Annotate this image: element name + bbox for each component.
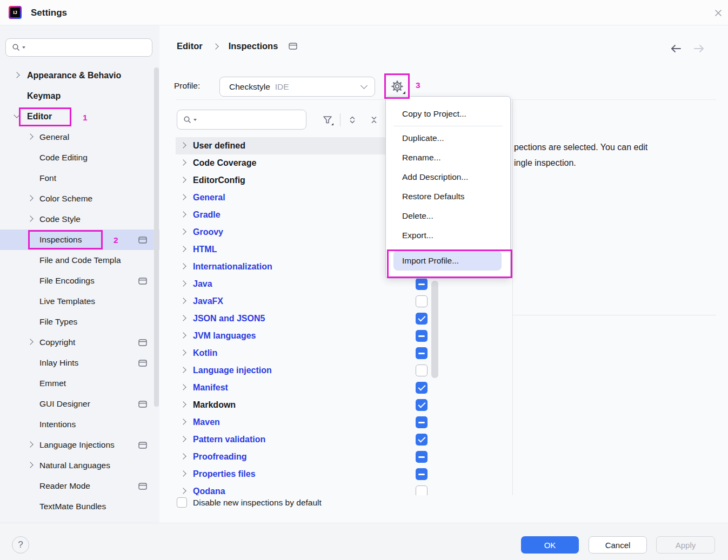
settings-dialog: IJ Settings Appearance & Behavio: [0, 0, 728, 560]
sidebar-item[interactable]: Inspections: [0, 230, 159, 250]
help-button[interactable]: ?: [12, 536, 29, 554]
menu-item[interactable]: Duplicate...: [386, 129, 510, 148]
sidebar-scrollbar[interactable]: [154, 68, 159, 407]
profile-label: Profile:: [174, 81, 200, 91]
sidebar-item[interactable]: TODO: [0, 517, 159, 523]
inspections-scrollbar[interactable]: [431, 281, 438, 378]
breadcrumb-inspections: Inspections: [229, 41, 278, 51]
menu-item[interactable]: Restore Defaults: [386, 187, 510, 206]
profile-dropdown[interactable]: Checkstyle IDE: [219, 77, 375, 97]
disable-new-inspections-row: Disable new inspections by default: [177, 497, 322, 508]
inspection-checkbox[interactable]: [416, 468, 428, 480]
sidebar-item[interactable]: Keymap: [0, 86, 159, 106]
inspections-search-input[interactable]: [198, 113, 306, 127]
chevron-right-icon: [180, 470, 186, 476]
sidebar-item[interactable]: Code Style: [0, 209, 159, 230]
forward-arrow-icon[interactable]: [693, 44, 705, 53]
expand-all-icon[interactable]: [345, 112, 360, 127]
inspection-checkbox[interactable]: [416, 278, 428, 290]
inspection-category-row[interactable]: Proofreading: [176, 448, 439, 465]
chevron-right-icon: [212, 43, 218, 49]
chevron-right-icon: [180, 194, 186, 200]
sidebar-item[interactable]: Language Injections: [0, 435, 159, 455]
menu-item[interactable]: Add Description...: [386, 167, 510, 187]
inspection-checkbox[interactable]: [416, 295, 428, 307]
sidebar-search-input[interactable]: [27, 41, 152, 55]
sidebar-item[interactable]: Appearance & Behavio: [0, 65, 159, 86]
inspection-checkbox[interactable]: [416, 365, 428, 376]
window-icon: [138, 278, 147, 285]
chevron-down-icon: [360, 82, 368, 89]
sidebar-item[interactable]: Editor: [0, 106, 159, 127]
cancel-button[interactable]: Cancel: [589, 536, 647, 554]
inspection-category-row[interactable]: Maven: [176, 414, 439, 431]
inspection-category-row[interactable]: Pattern validation: [176, 431, 439, 448]
inspection-checkbox[interactable]: [416, 416, 428, 428]
inspection-category-row[interactable]: Qodana: [176, 483, 439, 495]
collapse-all-icon[interactable]: [366, 112, 382, 127]
sidebar-item[interactable]: Emmet: [0, 373, 159, 394]
sidebar-item[interactable]: Reader Mode: [0, 476, 159, 496]
filter-icon[interactable]: [320, 112, 335, 127]
inspection-checkbox[interactable]: [416, 382, 428, 394]
sidebar-item[interactable]: Font: [0, 168, 159, 188]
chevron-right-icon: [180, 280, 186, 286]
toolbar-separator: [340, 113, 340, 126]
menu-item-import-profile[interactable]: Import Profile...: [393, 251, 502, 271]
breadcrumb-editor[interactable]: Editor: [177, 41, 203, 51]
inspection-checkbox[interactable]: [416, 330, 428, 342]
inspections-search[interactable]: [177, 110, 306, 130]
sidebar-item[interactable]: Inlay Hints: [0, 353, 159, 373]
chevron-icon: [27, 195, 33, 201]
sidebar-search[interactable]: [5, 38, 152, 57]
sidebar-item[interactable]: Code Editing: [0, 147, 159, 168]
inspection-category-row[interactable]: Manifest: [176, 379, 439, 396]
chevron-right-icon: [180, 298, 186, 303]
chevron-right-icon: [180, 246, 186, 252]
search-icon: [12, 43, 21, 52]
inspection-checkbox[interactable]: [416, 347, 428, 359]
sidebar-item[interactable]: Intentions: [0, 414, 159, 435]
intellij-logo-icon: IJ: [9, 6, 22, 19]
chevron-right-icon: [180, 419, 186, 424]
inspection-checkbox[interactable]: [416, 434, 428, 446]
inspection-category-row[interactable]: Kotlin: [176, 345, 439, 362]
chevron-right-icon: [180, 453, 186, 459]
inspection-checkbox[interactable]: [416, 451, 428, 463]
inspection-checkbox[interactable]: [416, 485, 428, 495]
sidebar-item[interactable]: Natural Languages: [0, 455, 159, 476]
sidebar-item[interactable]: TextMate Bundles: [0, 496, 159, 517]
menu-item[interactable]: Rename...: [386, 148, 510, 167]
chevron-right-icon: [180, 384, 186, 390]
sidebar-item[interactable]: File Types: [0, 312, 159, 332]
menu-item[interactable]: Copy to Project...: [386, 104, 510, 124]
inspection-category-row[interactable]: Markdown: [176, 396, 439, 414]
inspection-category-row[interactable]: Properties files: [176, 465, 439, 483]
ok-button[interactable]: OK: [521, 536, 579, 554]
sidebar-item[interactable]: Live Templates: [0, 291, 159, 312]
chevron-icon: [27, 215, 33, 221]
chevron-icon: [14, 112, 19, 118]
inspection-category-row[interactable]: JavaFX: [176, 293, 439, 310]
sidebar-item[interactable]: File and Code Templa: [0, 250, 159, 271]
sidebar-item[interactable]: File Encodings: [0, 271, 159, 291]
inspection-category-row[interactable]: JSON and JSON5: [176, 310, 439, 327]
inspection-category-row[interactable]: Language injection: [176, 362, 439, 379]
inspection-checkbox[interactable]: [416, 399, 428, 411]
disable-new-inspections-checkbox[interactable]: [177, 497, 187, 508]
back-arrow-icon[interactable]: [670, 44, 682, 53]
profile-actions-gear-icon[interactable]: [385, 75, 409, 98]
disable-new-inspections-label: Disable new inspections by default: [193, 498, 322, 508]
sidebar-item[interactable]: Copyright: [0, 332, 159, 353]
chevron-right-icon: [180, 159, 186, 165]
menu-item[interactable]: Export...: [386, 226, 510, 245]
sidebar-item[interactable]: GUI Designer: [0, 394, 159, 414]
sidebar-item[interactable]: Color Scheme: [0, 188, 159, 209]
menu-item[interactable]: Delete...: [386, 206, 510, 226]
close-icon[interactable]: [713, 8, 723, 18]
inspection-description-text: pections are selected. You can edit ingl…: [514, 139, 647, 171]
sidebar-item[interactable]: General: [0, 127, 159, 147]
window-icon: [138, 237, 147, 244]
inspection-category-row[interactable]: JVM languages: [176, 327, 439, 345]
inspection-checkbox[interactable]: [416, 313, 428, 325]
